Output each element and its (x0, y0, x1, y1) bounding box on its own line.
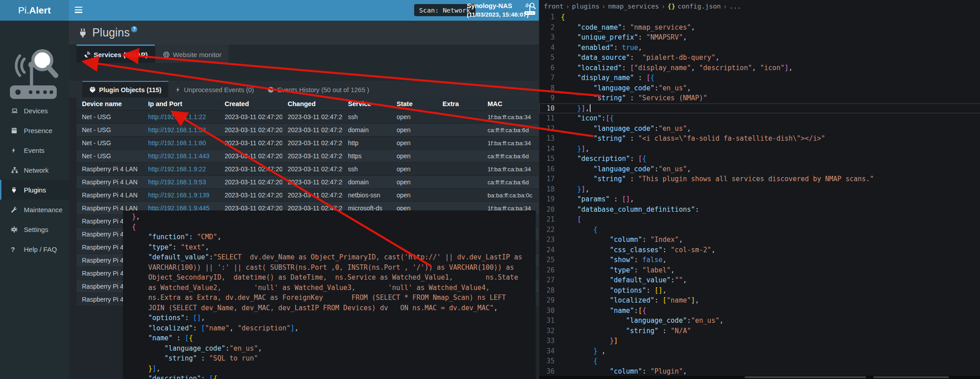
cell-mac: 1f:ba:ff:ca:ba:34 (482, 166, 535, 173)
editor-line-15[interactable]: 15 "description": [{ (539, 154, 980, 164)
ip-port-link[interactable]: http://192.168.1.1:443 (148, 152, 209, 160)
line-content: "language_code":"en_us", (555, 164, 691, 174)
config-json-popup-editor[interactable]: }, { "function": "CMD", "type": "text", … (123, 210, 536, 379)
subtab-plugin-objects-115[interactable]: Plugin Objects (115) (82, 81, 168, 98)
config-json-code[interactable]: 1{2 "code_name": "nmap_services",3 "uniq… (539, 12, 980, 376)
editor-line-10[interactable]: 10 }], (539, 103, 980, 114)
editor-line-24[interactable]: 24 "css_classes": "col-sm-2", (539, 245, 980, 255)
breadcrumb-item[interactable]: front (544, 3, 564, 10)
text-cursor (590, 104, 591, 112)
editor-line-32[interactable]: 32 "string" : "N/A" (539, 326, 980, 336)
breadcrumb-item[interactable]: ... (729, 3, 741, 10)
editor-line-11[interactable]: 11 "icon":[{ (539, 113, 980, 124)
editor-line-3[interactable]: 3 "unique_prefix": "NMAPSRV", (539, 32, 980, 43)
editor-line-30[interactable]: 30 "name":[{ (539, 306, 980, 316)
gear-icon (11, 226, 20, 233)
sidebar-nav: DevicesPresenceEventsNetworkPluginsMaint… (0, 101, 69, 259)
sidebar-item-label: Maintenance (24, 206, 63, 214)
line-content: "string" : "<i class=\"fa-solid fa-satel… (555, 134, 825, 144)
sidebar-item-plugins[interactable]: Plugins (0, 180, 69, 200)
line-content: "options": [], (555, 285, 667, 296)
line-content: "language_code":"en_us", (555, 124, 691, 134)
tab-website-monitor[interactable]: Website monitor (156, 45, 229, 63)
ip-port-link[interactable]: http://192.168.1.1:53 (148, 126, 206, 134)
sidebar-toggle-icon[interactable] (75, 7, 82, 13)
breadcrumb[interactable]: front›plugins›nmap_services›{}config.jso… (544, 1, 741, 12)
satellite-dish-icon (84, 51, 90, 58)
editor-line-14[interactable]: 14 }], (539, 144, 980, 154)
cell-created: 2023-03-11 02:47:20 (219, 192, 282, 199)
sidebar-item-presence[interactable]: Presence (0, 120, 69, 140)
column-header-device-name[interactable]: Device name (77, 100, 143, 107)
editor-line-22[interactable]: 22 { (539, 225, 980, 235)
editor-line-35[interactable]: 35 { (539, 356, 980, 366)
ip-port-link[interactable]: http://192.168.1.9:53 (148, 178, 206, 186)
brand-logo[interactable]: Pi.Alert (0, 0, 69, 21)
ip-port-link[interactable]: http://192.168.1.9:22 (148, 165, 206, 173)
breadcrumb-separator: › (724, 3, 726, 10)
sidebar-item-help-faq[interactable]: ?Help / FAQ (0, 239, 69, 259)
editor-line-29[interactable]: 29 "localized": ["name"], (539, 295, 980, 306)
editor-line-9[interactable]: 9 "string" : "Services (NMAP)" (539, 93, 980, 103)
column-header-created[interactable]: Created (219, 100, 282, 107)
vscode-editor-panel[interactable]: front›plugins›nmap_services›{}config.jso… (539, 0, 980, 379)
editor-line-23[interactable]: 23 "column": "Index", (539, 235, 980, 245)
editor-line-7[interactable]: 7 "display_name" : [{ (539, 73, 980, 83)
editor-line-27[interactable]: 27 "default_value":"", (539, 275, 980, 285)
editor-line-33[interactable]: 33 }] (539, 336, 980, 346)
sidebar-item-label: Events (24, 147, 45, 154)
editor-line-6[interactable]: 6 "localized": ["display_name", "descrip… (539, 63, 980, 73)
cell-device-name: Net - USG (77, 126, 143, 134)
editor-line-5[interactable]: 5 "data_source": "pialert-db-query", (539, 53, 980, 63)
sidebar-item-devices[interactable]: Devices (0, 101, 69, 120)
breadcrumb-item[interactable]: config.json (677, 3, 721, 10)
line-content: "column": "Plugin", (555, 366, 687, 377)
ip-port-link[interactable]: http://192.168.1.1:80 (148, 139, 206, 147)
editor-line-13[interactable]: 13 "string" : "<i class=\"fa-solid fa-sa… (539, 134, 980, 144)
column-header-ip-and-port[interactable]: Ip and Port (143, 100, 219, 107)
sidebar-item-events[interactable]: Events (0, 140, 69, 160)
line-content: [ (555, 214, 581, 225)
editor-line-18[interactable]: 18 }], (539, 184, 980, 195)
column-header-changed[interactable]: Changed (282, 100, 343, 107)
column-header-extra[interactable]: Extra (437, 100, 482, 107)
editor-line-2[interactable]: 2 "code_name": "nmap_services", (539, 22, 980, 33)
ip-port-link[interactable]: http://192.168.1.1:22 (148, 113, 206, 120)
editor-line-16[interactable]: 16 "language_code":"en_us", (539, 164, 980, 174)
sidebar-item-settings[interactable]: Settings (0, 219, 69, 239)
editor-line-20[interactable]: 20 "database_column_definitions": (539, 205, 980, 215)
editor-line-36[interactable]: 36 "column": "Plugin", (539, 366, 980, 377)
column-header-state[interactable]: State (391, 100, 437, 107)
editor-line-28[interactable]: 28 "options": [], (539, 285, 980, 296)
cell-created: 2023-03-11 02:47:20 (219, 113, 282, 120)
editor-line-17[interactable]: 17 "string" : "This plugin shows all ser… (539, 174, 980, 184)
editor-line-19[interactable]: 19 "params" : [], (539, 194, 980, 205)
editor-line-25[interactable]: 25 "show": false, (539, 255, 980, 265)
calendar-icon (11, 127, 20, 134)
breadcrumb-item[interactable]: nmap_services (608, 3, 659, 10)
breadcrumb-item[interactable]: plugins (572, 3, 600, 10)
editor-line-12[interactable]: 12 "language_code":"en_us", (539, 124, 980, 134)
subtab-unprocessed-events-0[interactable]: Unprocessed Events (0) (168, 81, 261, 98)
ip-port-link[interactable]: http://192.168.1.9:139 (148, 192, 209, 199)
sidebar-item-network[interactable]: Network (0, 160, 69, 180)
line-number: 25 (539, 255, 555, 265)
clock-icon (267, 86, 274, 93)
editor-line-21[interactable]: 21 [ (539, 214, 980, 225)
tab-services-nmap[interactable]: Services (NMAP) (77, 45, 155, 63)
editor-line-8[interactable]: 8 "language_code":"en_us", (539, 83, 980, 94)
subtab-events-history-50-out-of-1265[interactable]: Events History (50 out of 1265 ) (261, 81, 376, 98)
editor-line-1[interactable]: 1{ (539, 12, 980, 22)
wrench-icon (11, 206, 20, 213)
editor-line-26[interactable]: 26 "type": "label", (539, 265, 980, 276)
cell-service: netbios-ssn (343, 192, 391, 199)
column-header-service[interactable]: Service (343, 100, 391, 107)
sidebar-item-maintenance[interactable]: Maintenance (0, 200, 69, 219)
editor-line-31[interactable]: 31 "language_code":"en_us", (539, 316, 980, 326)
editor-line-34[interactable]: 34 } , (539, 346, 980, 357)
line-number: 3 (539, 32, 555, 43)
line-content: "language_code":"en_us", (555, 316, 723, 326)
editor-line-4[interactable]: 4 "enabled": true, (539, 43, 980, 53)
column-header-mac[interactable]: MAC (482, 100, 535, 107)
page-help-badge[interactable]: ? (131, 26, 137, 32)
